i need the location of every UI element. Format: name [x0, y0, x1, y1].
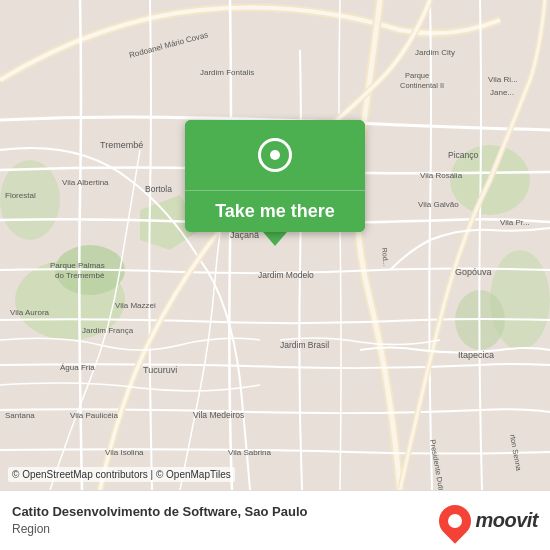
- svg-text:Parque: Parque: [405, 71, 429, 80]
- svg-text:Jardim Fontalis: Jardim Fontalis: [200, 68, 254, 77]
- svg-text:Vila Aurora: Vila Aurora: [10, 308, 50, 317]
- info-text: Catito Desenvolvimento de Software, Sao …: [12, 503, 439, 538]
- svg-text:do Tremembé: do Tremembé: [55, 271, 105, 280]
- svg-text:Vila Sabrina: Vila Sabrina: [228, 448, 272, 457]
- cta-top: [185, 120, 365, 190]
- info-title: Catito Desenvolvimento de Software, Sao …: [12, 503, 439, 521]
- svg-point-3: [0, 160, 60, 240]
- svg-text:Jardim Modelo: Jardim Modelo: [258, 270, 314, 280]
- cta-card: Take me there: [185, 120, 365, 232]
- cta-label: Take me there: [215, 201, 335, 222]
- cta-arrow-pointer: [263, 232, 287, 246]
- svg-text:Água Fria: Água Fria: [60, 363, 95, 372]
- svg-text:Vila Pr...: Vila Pr...: [500, 218, 530, 227]
- svg-text:Vila Medeiros: Vila Medeiros: [193, 410, 244, 420]
- svg-text:Tremembé: Tremembé: [100, 140, 143, 150]
- info-subtitle: Region: [12, 521, 439, 538]
- svg-text:Jane...: Jane...: [490, 88, 514, 97]
- svg-text:Bortola: Bortola: [145, 184, 172, 194]
- svg-text:Vila Isolina: Vila Isolina: [105, 448, 144, 457]
- svg-text:Vila Albertina: Vila Albertina: [62, 178, 109, 187]
- cta-button-container: Take me there: [185, 120, 365, 246]
- svg-text:Vila Rosália: Vila Rosália: [420, 171, 463, 180]
- map-container: Rodoanel Mário Covas Jardim City Parque …: [0, 0, 550, 490]
- pin-dot: [270, 150, 280, 160]
- svg-text:Jardim Brasil: Jardim Brasil: [280, 340, 329, 350]
- svg-text:Itapecica: Itapecica: [458, 350, 494, 360]
- svg-text:Picanço: Picanço: [448, 150, 479, 160]
- svg-text:Florestal: Florestal: [5, 191, 36, 200]
- svg-text:Jardim City: Jardim City: [415, 48, 455, 57]
- svg-text:Vila Paulicéia: Vila Paulicéia: [70, 411, 118, 420]
- moovit-icon: [433, 498, 478, 543]
- svg-text:Tucuruvi: Tucuruvi: [143, 365, 177, 375]
- svg-text:Vila Galvão: Vila Galvão: [418, 200, 459, 209]
- svg-text:Santana: Santana: [5, 411, 35, 420]
- svg-text:Jardim França: Jardim França: [82, 326, 134, 335]
- svg-text:Parque Palmas: Parque Palmas: [50, 261, 105, 270]
- moovit-text: moovit: [475, 509, 538, 532]
- svg-text:Continental II: Continental II: [400, 81, 444, 90]
- info-bar: Catito Desenvolvimento de Software, Sao …: [0, 490, 550, 550]
- svg-text:Gopóuva: Gopóuva: [455, 267, 492, 277]
- moovit-logo: moovit: [439, 505, 538, 537]
- svg-text:Vila Ri...: Vila Ri...: [488, 75, 518, 84]
- svg-text:Vila Mazzei: Vila Mazzei: [115, 301, 156, 310]
- map-copyright: © OpenStreetMap contributors | © OpenMap…: [8, 467, 235, 482]
- location-pin-icon: [258, 138, 292, 172]
- cta-bottom[interactable]: Take me there: [185, 190, 365, 232]
